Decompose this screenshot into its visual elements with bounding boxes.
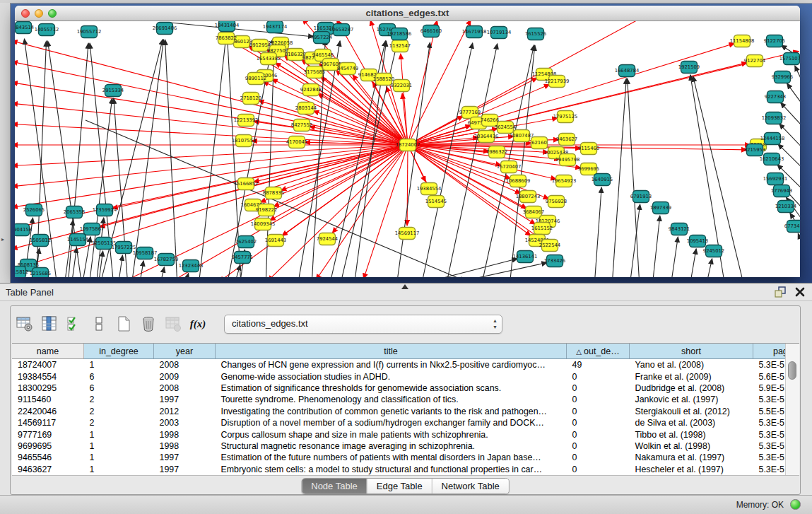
tab-network-table[interactable]: Network Table <box>432 479 509 493</box>
graph-node[interactable]: 1733426 <box>544 255 565 267</box>
table-cell[interactable]: 2 <box>84 394 154 405</box>
graph-edge[interactable] <box>160 267 164 277</box>
new-column-icon[interactable] <box>114 314 134 334</box>
table-cell[interactable]: 0 <box>567 428 630 440</box>
graph-node[interactable]: 7625402 <box>235 236 257 248</box>
table-cell[interactable]: 9777169 <box>12 428 84 440</box>
graph-edge[interactable] <box>401 54 408 145</box>
graph-edge[interactable] <box>396 42 430 277</box>
select-all-rows-icon[interactable] <box>64 314 84 334</box>
network-canvas[interactable]: 1872400798601238912954182260589827509818… <box>15 21 800 277</box>
graph-edge[interactable] <box>15 145 408 207</box>
table-cell[interactable]: 0 <box>567 464 630 475</box>
table-cell[interactable]: 1998 <box>154 440 216 452</box>
table-row[interactable]: 946554611997Estimation of the future num… <box>12 452 799 463</box>
table-cell[interactable]: Dudbridge et al. (2008) <box>630 382 753 394</box>
table-cell[interactable]: 9465546 <box>12 452 84 463</box>
graph-node[interactable]: 16648784 <box>615 65 640 77</box>
table-cell[interactable]: 18724007 <box>12 359 84 371</box>
graph-node[interactable]: 7863822 <box>216 33 237 45</box>
table-cell[interactable]: 2009 <box>154 370 216 382</box>
graph-node[interactable]: 8322031 <box>391 80 412 92</box>
graph-node[interactable]: 14136141 <box>513 251 538 263</box>
table-cell[interactable]: 1997 <box>154 394 216 405</box>
graph-edge[interactable] <box>15 83 408 145</box>
panel-expander-arrow[interactable]: ▸ <box>1 236 4 243</box>
graph-node[interactable]: 10688609 <box>506 175 531 187</box>
collapsed-control-panel[interactable]: ▸ <box>0 3 11 283</box>
table-panel-header[interactable]: Table Panel <box>0 283 812 301</box>
graph-node[interactable]: 1843514 <box>15 22 34 34</box>
table-cell[interactable]: 49 <box>567 359 630 371</box>
graph-node[interactable]: 7957224 <box>311 32 332 44</box>
column-visibility-icon[interactable] <box>40 314 59 334</box>
table-cell[interactable]: 22420046 <box>12 406 84 417</box>
graph-node[interactable]: 11154808 <box>730 35 755 47</box>
table-row[interactable]: 2242004622012Investigating the contribut… <box>12 406 799 417</box>
graph-node[interactable]: 14569117 <box>395 228 420 240</box>
graph-node[interactable]: 1215685 <box>30 268 51 278</box>
delete-table-icon[interactable] <box>163 314 183 334</box>
column-header-in_degree[interactable]: in_degree <box>84 344 154 359</box>
graph-node[interactable]: 9198222 <box>256 204 277 216</box>
table-row[interactable]: 1830029562008Estimation of significance … <box>12 382 799 394</box>
close-window-button[interactable] <box>21 9 30 18</box>
table-row[interactable]: 1872400712008Changes of HCN gene express… <box>12 359 799 371</box>
table-cell[interactable]: 1998 <box>154 428 216 440</box>
graph-edge[interactable] <box>199 37 226 277</box>
graph-node[interactable]: 9756928 <box>546 196 567 208</box>
table-cell[interactable]: Tourette syndrome. Phenomenology and cla… <box>216 394 567 405</box>
table-cell[interactable]: 0 <box>567 406 630 417</box>
delete-column-icon[interactable] <box>139 314 158 334</box>
graph-edge[interactable] <box>15 145 408 165</box>
graph-node[interactable]: 14009345 <box>251 218 276 230</box>
table-row[interactable]: 1938455462009Genome-wide association stu… <box>12 370 799 382</box>
graph-node[interactable]: 1132547 <box>389 40 411 52</box>
table-cell[interactable]: Tibbo et al. (1998) <box>630 428 753 440</box>
graph-node[interactable]: 1095413 <box>687 235 708 247</box>
table-cell[interactable]: 14569117 <box>12 417 84 428</box>
table-cell[interactable]: Embryonic stem cells: a model to study s… <box>216 464 567 475</box>
graph-edge[interactable] <box>795 66 800 98</box>
memory-status-led[interactable] <box>790 499 801 510</box>
table-cell[interactable]: 1 <box>84 359 154 371</box>
table-cell[interactable]: Yano et al. (2008) <box>630 359 753 371</box>
graph-edge[interactable] <box>706 259 712 277</box>
graph-node[interactable]: 3624554 <box>495 122 516 134</box>
graph-node[interactable]: 6791913 <box>630 191 652 203</box>
graph-edge[interactable] <box>15 103 408 145</box>
graph-node[interactable]: 1904158 <box>15 224 32 236</box>
graph-node[interactable]: 8454749 <box>337 63 358 75</box>
zoom-window-button[interactable] <box>48 9 57 18</box>
table-cell[interactable]: Changes of HCN gene expression and I(f) … <box>216 359 567 371</box>
table-row[interactable]: 1456911722003Disruption of a novel membe… <box>12 417 799 428</box>
table-cell[interactable]: Estimation of the future numbers of pati… <box>216 452 567 463</box>
graph-node[interactable]: 8215953 <box>744 144 765 156</box>
graph-node[interactable]: 8427552 <box>291 119 312 132</box>
table-row[interactable]: 969969511998Structural magnetic resonanc… <box>12 440 799 452</box>
table-cell[interactable]: 2003 <box>154 417 216 428</box>
network-view-window[interactable]: citations_edges.txt 18724007986012389129… <box>15 6 800 277</box>
graph-node[interactable]: 1145154 <box>67 234 88 246</box>
table-cell[interactable]: 2 <box>84 417 154 428</box>
graph-node[interactable]: 9115460 <box>578 143 599 155</box>
table-cell[interactable]: 1997 <box>154 452 216 463</box>
table-row[interactable]: 911546021997Tourette syndrome. Phenomeno… <box>12 394 799 405</box>
table-cell[interactable]: 0 <box>567 440 630 452</box>
minimize-window-button[interactable] <box>35 9 43 18</box>
graph-node[interactable]: 3175685 <box>304 66 325 78</box>
graph-node[interactable]: 12323448 <box>179 260 204 272</box>
graph-node[interactable]: 18431404 <box>215 21 240 32</box>
graph-node[interactable]: 9227343 <box>765 91 786 103</box>
table-cell[interactable]: 1997 <box>154 464 216 475</box>
graph-edge[interactable] <box>139 261 143 277</box>
graph-node[interactable]: 6773412 <box>784 221 800 233</box>
table-selector-dropdown[interactable]: citations_edges.txt ▲▼ <box>224 315 502 334</box>
graph-node[interactable]: 2065358 <box>64 206 85 218</box>
graph-node[interactable]: 17359924 <box>93 204 117 216</box>
graph-node[interactable]: 2915334 <box>102 85 124 97</box>
table-cell[interactable]: Franke et al. (2009) <box>630 370 753 382</box>
close-panel-icon[interactable] <box>795 287 805 297</box>
table-cell[interactable]: 0 <box>567 452 630 463</box>
graph-node[interactable]: 1615152 <box>531 223 553 235</box>
